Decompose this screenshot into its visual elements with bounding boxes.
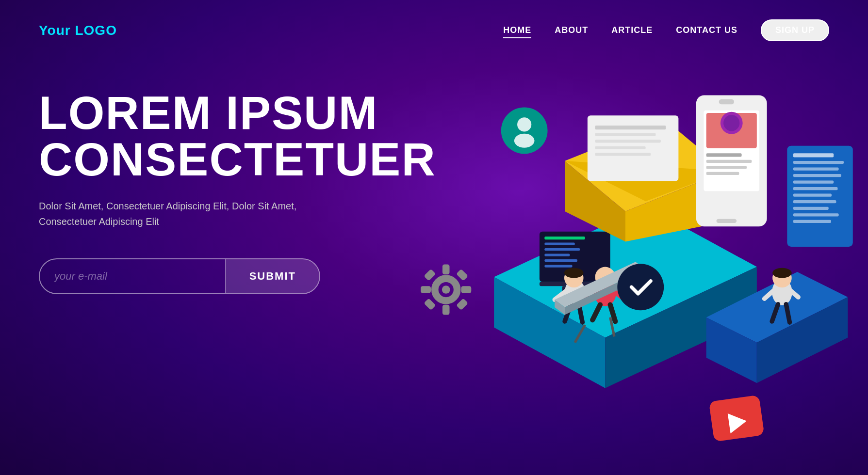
svg-rect-47 (595, 153, 651, 156)
svg-rect-14 (544, 259, 577, 262)
svg-point-70 (514, 134, 535, 148)
nav-home[interactable]: HOME (503, 25, 531, 35)
svg-rect-63 (793, 187, 838, 190)
svg-rect-53 (706, 160, 752, 163)
svg-rect-44 (595, 133, 656, 136)
svg-rect-9 (456, 269, 468, 281)
submit-button[interactable]: SUBMIT (225, 259, 319, 293)
svg-point-1 (442, 285, 450, 294)
hero-section: LOREM IPSUM CONSECTETUER Dolor Sit Amet,… (0, 41, 868, 294)
svg-rect-45 (595, 140, 661, 142)
svg-point-38 (772, 268, 792, 278)
svg-rect-58 (793, 153, 834, 157)
email-input[interactable] (40, 259, 225, 293)
svg-rect-15 (544, 265, 572, 267)
logo: Your LOGO (39, 23, 117, 38)
hero-illustration (383, 41, 868, 475)
nav-article[interactable]: ARTICLE (611, 25, 653, 35)
svg-rect-6 (424, 269, 436, 281)
svg-point-51 (723, 115, 739, 131)
svg-rect-12 (544, 248, 580, 251)
svg-rect-52 (706, 153, 742, 157)
svg-rect-56 (717, 219, 737, 223)
svg-rect-4 (421, 286, 431, 293)
navigation: HOME ABOUT ARTICLE CONTACT US SIGN UP (503, 19, 829, 41)
svg-rect-13 (544, 254, 570, 256)
svg-rect-5 (461, 286, 471, 293)
svg-rect-10 (544, 237, 585, 239)
svg-rect-64 (793, 194, 832, 197)
svg-rect-67 (793, 213, 839, 216)
header: Your LOGO HOME ABOUT ARTICLE CONTACT US … (0, 0, 868, 41)
svg-rect-55 (706, 172, 739, 175)
svg-rect-46 (595, 146, 646, 149)
svg-rect-2 (442, 264, 450, 274)
svg-rect-66 (793, 207, 829, 210)
svg-point-69 (517, 117, 531, 131)
svg-rect-65 (793, 200, 836, 203)
check-circle (617, 264, 664, 310)
hero-title-line1: LOREM IPSUM (39, 87, 378, 139)
svg-rect-3 (442, 305, 450, 315)
svg-point-26 (564, 268, 584, 278)
gear-icon (421, 264, 471, 315)
nav-contact[interactable]: CONTACT US (676, 25, 737, 35)
hero-subtitle: Dolor Sit Amet, Consectetuer Adipiscing … (39, 198, 311, 229)
email-form: SUBMIT (39, 258, 320, 294)
svg-rect-60 (793, 167, 839, 170)
svg-rect-68 (793, 220, 831, 223)
svg-rect-62 (793, 181, 834, 184)
nav-about[interactable]: ABOUT (555, 25, 588, 35)
svg-rect-8 (424, 298, 436, 310)
svg-rect-61 (793, 174, 841, 177)
svg-rect-59 (793, 161, 844, 164)
isometric-scene (383, 41, 868, 475)
svg-rect-54 (706, 166, 747, 169)
hero-title: LOREM IPSUM CONSECTETUER (39, 90, 436, 183)
hero-content: LOREM IPSUM CONSECTETUER Dolor Sit Amet,… (39, 80, 436, 294)
signup-button[interactable]: SIGN UP (761, 19, 829, 41)
svg-rect-7 (456, 298, 468, 310)
hero-title-line2: CONSECTETUER (39, 133, 436, 185)
svg-rect-43 (595, 126, 666, 129)
svg-rect-11 (544, 243, 575, 245)
svg-rect-57 (719, 99, 734, 104)
